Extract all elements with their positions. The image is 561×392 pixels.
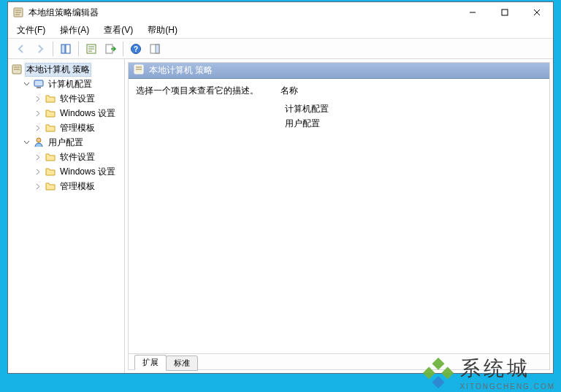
expand-toggle[interactable] [34, 168, 42, 176]
svg-rect-22 [34, 80, 43, 86]
tree-node-admin-templates[interactable]: 管理模板 [33, 179, 124, 193]
folder-icon [45, 93, 56, 104]
watermark-url: XITONGCHENG.COM [460, 383, 555, 391]
titlebar: 本地组策略编辑器 [8, 2, 553, 23]
tree-node-windows-settings[interactable]: Windows 设置 [33, 106, 124, 120]
chevron-right-icon [35, 125, 42, 131]
tree-label: 计算机配置 [47, 77, 94, 91]
content-body: 选择一个项目来查看它的描述。 名称 计算机配置 用户配置 [129, 79, 549, 353]
computer-icon [33, 78, 45, 90]
properties-button[interactable] [83, 41, 100, 57]
chevron-right-icon [35, 96, 42, 102]
content-header: 本地计算机 策略 [129, 63, 549, 79]
tree-node-software-settings[interactable]: 软件设置 [33, 150, 124, 164]
expand-toggle[interactable] [34, 153, 42, 161]
chevron-right-icon [35, 154, 42, 161]
toolbar: ? [8, 39, 553, 59]
list-column: 名称 计算机配置 用户配置 [280, 85, 542, 347]
tree-node-admin-templates[interactable]: 管理模板 [33, 120, 124, 135]
menubar: 文件(F) 操作(A) 查看(V) 帮助(H) [8, 23, 553, 39]
description-text: 选择一个项目来查看它的描述。 [136, 85, 267, 97]
maximize-button[interactable] [489, 2, 521, 23]
folder-icon [45, 107, 56, 119]
show-hide-action-pane-button[interactable] [146, 41, 164, 57]
folder-icon [45, 180, 56, 192]
tree-node-computer-config[interactable]: 计算机配置 [21, 77, 124, 91]
description-column: 选择一个项目来查看它的描述。 [136, 85, 267, 347]
tree-label: Windows 设置 [58, 107, 117, 120]
svg-rect-8 [61, 45, 65, 53]
menu-view[interactable]: 查看(V) [101, 23, 136, 38]
policy-icon [11, 64, 23, 75]
close-icon [533, 9, 541, 16]
folder-icon [45, 151, 56, 163]
user-icon [33, 137, 45, 148]
window-controls [457, 2, 553, 23]
menu-help[interactable]: 帮助(H) [145, 23, 180, 38]
help-button[interactable]: ? [127, 41, 145, 57]
help-icon: ? [130, 43, 142, 55]
folder-icon [45, 166, 56, 177]
expand-toggle[interactable] [23, 80, 31, 88]
tree-label: Windows 设置 [58, 165, 117, 179]
tree-root-node[interactable]: 本地计算机 策略 [9, 62, 124, 77]
minimize-button[interactable] [457, 2, 489, 23]
chevron-right-icon [35, 110, 42, 117]
properties-icon [85, 43, 97, 55]
tree-label: 软件设置 [58, 92, 96, 106]
window-title: 本地组策略编辑器 [28, 7, 457, 19]
svg-rect-9 [66, 45, 70, 53]
tree-node-user-config[interactable]: 用户配置 [21, 135, 124, 150]
tabstrip: 扩展 标准 [129, 353, 549, 369]
list-item-label: 用户配置 [285, 118, 320, 130]
menu-action[interactable]: 操作(A) [57, 23, 92, 38]
menu-file[interactable]: 文件(F) [14, 23, 48, 38]
tree-pane[interactable]: 本地计算机 策略 计算机配置 [8, 59, 125, 373]
forward-arrow-icon [34, 43, 46, 55]
maximize-icon [501, 9, 508, 16]
expand-toggle[interactable] [23, 139, 31, 147]
separator [78, 42, 79, 56]
app-window: 本地组策略编辑器 文件(F) 操作(A) 查看(V) 帮助(H) [7, 1, 554, 374]
tree-label: 用户配置 [47, 136, 85, 150]
column-name-header[interactable]: 名称 [280, 85, 542, 97]
separator [123, 42, 123, 56]
svg-rect-23 [37, 87, 41, 88]
chevron-down-icon [23, 81, 30, 88]
expand-toggle[interactable] [34, 182, 42, 191]
expand-toggle[interactable] [34, 95, 42, 103]
tree-label: 管理模板 [58, 121, 96, 135]
tab-extended[interactable]: 扩展 [134, 355, 167, 370]
chevron-down-icon [23, 139, 30, 146]
content-pane: 本地计算机 策略 选择一个项目来查看它的描述。 名称 计算机配置 [128, 62, 550, 370]
close-button[interactable] [521, 2, 553, 23]
svg-text:?: ? [134, 45, 138, 53]
expand-toggle[interactable] [34, 109, 42, 118]
forward-button[interactable] [31, 41, 49, 57]
app-icon [12, 7, 24, 18]
export-list-icon [104, 43, 116, 55]
svg-rect-34 [432, 376, 444, 388]
show-hide-tree-icon [60, 43, 72, 55]
tree-node-windows-settings[interactable]: Windows 设置 [33, 164, 124, 179]
back-button[interactable] [12, 41, 30, 57]
chevron-right-icon [35, 183, 42, 190]
list-item-label: 计算机配置 [285, 103, 329, 115]
tree-root-label: 本地计算机 策略 [25, 63, 91, 77]
chevron-right-icon [35, 169, 42, 175]
content-title: 本地计算机 策略 [149, 64, 213, 77]
show-hide-action-pane-icon [149, 43, 161, 55]
separator [53, 42, 53, 56]
svg-rect-18 [156, 45, 159, 53]
folder-icon [45, 122, 56, 134]
list-item-user-config[interactable]: 用户配置 [280, 116, 542, 131]
show-hide-tree-button[interactable] [57, 41, 75, 57]
export-list-button[interactable] [102, 41, 119, 57]
tab-standard[interactable]: 标准 [166, 356, 198, 371]
tree-label: 软件设置 [58, 150, 96, 164]
minimize-icon [469, 9, 476, 16]
tree-node-software-settings[interactable]: 软件设置 [33, 91, 124, 106]
list-item-computer-config[interactable]: 计算机配置 [280, 101, 542, 116]
svg-point-24 [37, 138, 41, 142]
expand-toggle[interactable] [34, 124, 42, 132]
